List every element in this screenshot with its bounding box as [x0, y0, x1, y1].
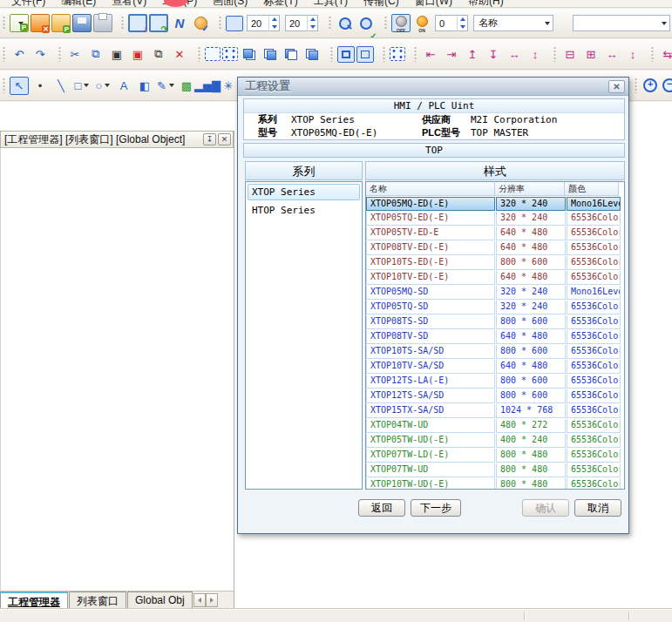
table-row[interactable]: XTOP05MQ-SD320 * 240Mono16Level [366, 285, 624, 300]
table-row[interactable]: XTOP10TV-ED(-E)640 * 48065536Color [366, 270, 624, 285]
spinner-down-icon[interactable] [308, 24, 317, 31]
table-row[interactable]: XTOP08TV-SD640 * 48065536Color [366, 329, 624, 344]
table-row[interactable]: XTOP07TW-LD(-E)800 * 48065536Color [366, 448, 624, 463]
spinner-down-icon[interactable] [269, 24, 279, 31]
menu-item[interactable]: 帮助(H) [460, 0, 512, 8]
dot-tool-icon[interactable]: • [31, 77, 50, 95]
send-to-back-icon[interactable] [261, 45, 280, 64]
table-row[interactable]: XTOP04TW-UD480 * 27265536Color [366, 418, 624, 433]
download-to-device-icon[interactable] [128, 14, 147, 32]
delete-icon[interactable]: ✕ [170, 45, 189, 64]
cursor-tool-icon[interactable]: ↖ [10, 77, 29, 95]
off-state-button[interactable]: OFF [391, 14, 411, 32]
on-state-button[interactable]: ON [412, 14, 431, 32]
pin-icon[interactable]: ↧ [203, 133, 216, 145]
send-backward-icon[interactable] [302, 45, 322, 64]
cancel-button[interactable]: 取消 [574, 499, 621, 517]
select-area-icon[interactable] [205, 47, 221, 61]
dropdown-arrow-icon[interactable] [18, 22, 24, 25]
stretch-v-icon[interactable]: ↕ [623, 45, 642, 64]
new-project-icon[interactable] [10, 14, 29, 32]
dropdown-arrow-icon[interactable] [169, 84, 174, 87]
multi-copy-icon[interactable]: ⧉ [149, 45, 168, 64]
option-check-icon[interactable] [191, 14, 210, 32]
table-row[interactable]: XTOP05MQ-ED(-E)320 * 240Mono16Level [366, 196, 624, 211]
show-grid-frame-icon[interactable] [356, 46, 374, 63]
redo-icon[interactable]: ↷ [31, 45, 50, 64]
center-selection-icon[interactable] [390, 47, 405, 61]
table-row[interactable]: XTOP12TS-LA(-E)800 * 60065536Color [366, 374, 624, 389]
text-tool-icon[interactable]: A [114, 77, 133, 95]
menu-item[interactable]: 文件(F) [3, 0, 53, 8]
table-row[interactable]: XTOP10TS-SA/SD800 * 60065536Color [366, 344, 624, 359]
fill-tool-icon[interactable]: ◧ [135, 77, 154, 95]
n-link-icon[interactable]: N [170, 14, 189, 32]
show-frame-icon[interactable] [337, 46, 355, 63]
tab-scroll-left-icon[interactable] [193, 593, 206, 607]
align-top-icon[interactable]: ↥ [463, 45, 482, 64]
polygon-tool-icon[interactable]: ✎ [156, 77, 175, 95]
spinner-up-icon[interactable] [458, 16, 467, 24]
chart-tool-icon[interactable]: ▂▅▇ [198, 77, 217, 95]
bring-forward-icon[interactable] [282, 45, 301, 64]
state-spinner[interactable]: 0 [435, 15, 468, 31]
zoom-in-icon[interactable] [641, 77, 659, 94]
table-row[interactable]: XTOP05TQ-SD320 * 24065536Color [366, 300, 624, 314]
table-row[interactable]: XTOP05TW-UD(-E)400 * 24065536Color [366, 433, 624, 448]
grid-height-spinner[interactable]: 20 [285, 15, 318, 31]
ellipse-tool-icon[interactable]: ○ [93, 77, 112, 95]
bring-to-front-icon[interactable] [240, 45, 259, 64]
align-right-icon[interactable]: ⇥ [442, 45, 461, 64]
grid-width-spinner[interactable]: 20 [247, 15, 280, 31]
distribute-h-icon[interactable]: ⇆ [658, 45, 672, 64]
series-list-item[interactable]: XTOP Series [248, 184, 360, 200]
preview-icon[interactable] [336, 14, 355, 32]
table-row[interactable]: XTOP05TV-ED-E640 * 48065536Color [366, 226, 624, 240]
menu-item[interactable]: 窗口(W) [407, 0, 460, 8]
table-row[interactable]: XTOP15TX-SA/SD1024 * 76865536Color [366, 403, 624, 418]
tab-panel[interactable]: 列表窗口 [69, 592, 126, 608]
copy-icon[interactable]: ⧉ [86, 45, 105, 64]
rect-tool-icon[interactable]: □ [72, 77, 92, 95]
table-row[interactable]: XTOP08TV-ED(-E)640 * 48065536Color [366, 240, 624, 255]
panel-body[interactable] [0, 148, 234, 591]
open-project-icon[interactable] [51, 14, 71, 32]
tab-panel[interactable]: Global Obj [127, 592, 193, 608]
preview-run-icon[interactable] [356, 14, 376, 32]
dropdown-arrow-icon[interactable] [84, 84, 89, 87]
save-icon[interactable] [72, 14, 92, 32]
select-handles-icon[interactable] [222, 47, 238, 61]
series-list-item[interactable]: HTOP Series [248, 202, 360, 219]
image-tool-icon[interactable]: ▩ [177, 77, 196, 95]
table-row[interactable]: XTOP05TQ-ED(-E)320 * 24065536Color [366, 211, 624, 226]
align-center-v-icon[interactable]: ↕ [526, 45, 545, 64]
table-row[interactable]: XTOP07TW-UD800 * 48065536Color [366, 463, 624, 477]
menu-item[interactable]: 工具(T) [306, 0, 356, 8]
name-dropdown[interactable]: 名称 [473, 15, 553, 31]
grid-toggle-button[interactable] [226, 16, 243, 31]
menu-item[interactable]: 画面(S) [205, 0, 255, 8]
line-tool-icon[interactable]: ╲ [51, 77, 71, 95]
object-dropdown[interactable] [573, 15, 670, 31]
menu-item[interactable]: 编辑(E) [53, 0, 104, 8]
align-center-h-icon[interactable]: ↔ [505, 45, 524, 64]
tab-active-panel[interactable]: 工程管理器 [0, 592, 68, 608]
align-bottom-icon[interactable]: ↧ [484, 45, 503, 64]
menu-item[interactable]: 查看(V) [104, 0, 154, 8]
next-button[interactable]: 下一步 [411, 499, 461, 517]
spinner-up-icon[interactable] [269, 16, 279, 24]
same-height-icon[interactable]: ⊞ [581, 45, 601, 64]
dialog-titlebar[interactable]: 工程设置 ✕ [238, 78, 628, 96]
dialog-close-icon[interactable]: ✕ [608, 80, 625, 93]
screen-transfer-icon[interactable] [149, 14, 168, 32]
spinner-down-icon[interactable] [458, 24, 467, 31]
close-project-icon[interactable] [31, 14, 50, 32]
same-width-icon[interactable]: ⊟ [560, 45, 580, 64]
panel-close-icon[interactable]: ✕ [218, 133, 231, 145]
table-row[interactable]: XTOP08TS-SD800 * 60065536Color [366, 314, 624, 329]
paste-icon[interactable]: ▣ [107, 45, 126, 64]
column-header[interactable]: 名称 [366, 182, 495, 196]
table-row[interactable]: XTOP12TS-SA/SD800 * 60065536Color [366, 389, 624, 403]
table-row[interactable]: XTOP10TS-ED(-E)800 * 60065536Color [366, 255, 624, 270]
table-row[interactable]: XTOP10TV-SA/SD640 * 48065536Color [366, 359, 624, 374]
